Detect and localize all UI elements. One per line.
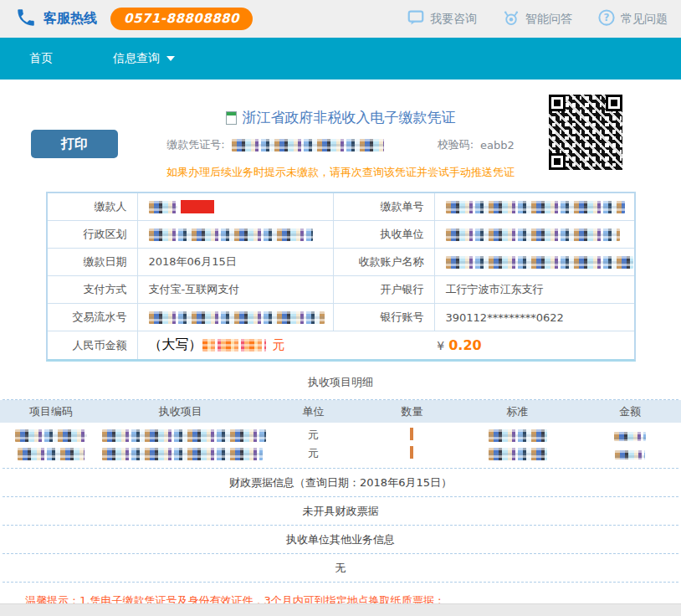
nav-query-label: 信息查询 (113, 51, 160, 66)
field-value-amount: （大写） 元 ¥ 0.20 (138, 331, 634, 359)
voucher-no-redacted (232, 139, 384, 151)
field-value-transaction-no (138, 304, 334, 331)
field-value-account-name (435, 249, 634, 275)
field-label-account-name: 收款账户名称 (334, 249, 435, 275)
detail-qty-redacted (368, 428, 457, 443)
field-value-payment-no (435, 193, 634, 220)
page-footer (0, 603, 681, 616)
check-code-value: eabb2 (480, 139, 515, 151)
table-row: 行政区划 执收单位 (48, 221, 634, 249)
col-header-standard: 标准 (456, 404, 579, 419)
faq-link[interactable]: ? 常见问题 (597, 8, 668, 29)
col-header-qty: 数量 (368, 404, 457, 419)
field-label-transaction-no: 交易流水号 (48, 304, 138, 331)
phone-icon (15, 7, 37, 32)
main-nav: 首页 信息查询 (0, 38, 681, 80)
col-header-amount: 金额 (579, 404, 681, 419)
detail-code-redacted (0, 429, 102, 442)
field-label-pay-date: 缴款日期 (48, 249, 138, 275)
invoice-status: 未开具财政票据 (0, 497, 681, 525)
field-label-bank-account: 银行账号 (334, 304, 435, 331)
hotline-number: 0571-88808880 (110, 8, 253, 30)
smart-qa-link-label: 智能问答 (525, 12, 572, 27)
robot-icon (502, 8, 520, 29)
table-row-amount: 人民币金额 （大写） 元 ¥ 0.20 (48, 331, 634, 359)
col-header-code: 项目编码 (0, 404, 102, 419)
field-label-amount: 人民币金额 (48, 331, 138, 359)
page-title: 浙江省政府非税收入电子缴款凭证 (243, 108, 456, 127)
field-value-bank: 工行宁波市江东支行 (435, 276, 634, 303)
field-value-collecting-unit (435, 221, 634, 248)
amount-capital-prefix: （大写） (149, 336, 202, 354)
detail-standard-redacted (456, 447, 579, 460)
detail-item-redacted (102, 447, 259, 460)
nav-home-label: 首页 (29, 51, 53, 66)
other-business-title: 执收单位其他业务信息 (0, 526, 681, 553)
faq-link-label: 常见问题 (621, 12, 668, 27)
detail-unit: 元 (259, 428, 367, 443)
field-value-bank-account: 390112*********0622 (435, 304, 634, 331)
table-row: 交易流水号 银行账号 390112*********0622 (48, 304, 634, 331)
field-label-region: 行政区划 (48, 221, 138, 248)
field-value-payer (138, 193, 334, 220)
consult-link-label: 我要咨询 (430, 12, 477, 27)
question-circle-icon: ? (597, 8, 616, 29)
amount-value: 0.20 (448, 337, 481, 353)
detail-section-title: 执收项目明细 (0, 375, 681, 390)
qr-finder-bottomleft (549, 153, 566, 170)
hotline-label: 客服热线 (44, 10, 97, 28)
detail-code-redacted (0, 447, 102, 460)
detail-row: 元 (0, 444, 681, 463)
detail-row: 元 (0, 426, 681, 444)
smart-qa-link[interactable]: 智能问答 (502, 8, 572, 29)
check-code-label: 校验码: (438, 137, 474, 152)
print-button[interactable]: 打印 (31, 130, 118, 158)
other-business-value: 无 (0, 554, 681, 582)
col-header-item: 执收项目 (102, 404, 259, 419)
detail-amount-redacted (579, 448, 681, 460)
qr-finder-topleft (549, 95, 566, 111)
voucher-no-label: 缴款凭证号: (166, 137, 224, 152)
chat-bubble-icon (407, 8, 425, 29)
top-bar: 客服热线 0571-88808880 我要咨询 (0, 0, 681, 38)
detail-item-redacted (102, 429, 259, 442)
page: 客服热线 0571-88808880 我要咨询 (0, 0, 681, 616)
detail-table: 项目编码 执收项目 单位 数量 标准 金额 元 (0, 400, 681, 468)
currency-symbol: ¥ (437, 339, 444, 352)
amount-numeric: ¥ 0.20 (285, 337, 634, 353)
invoice-info-title: 财政票据信息（查询日期：2018年6月15日） (0, 469, 681, 496)
consult-link[interactable]: 我要咨询 (407, 8, 477, 29)
field-label-payment-no: 缴款单号 (334, 193, 435, 220)
payment-info-table: 缴款人 缴款单号 行政区划 执收单位 缴款日期 2018年06月15日 收款账户… (46, 192, 636, 362)
field-label-collecting-unit: 执收单位 (334, 221, 435, 248)
field-value-pay-method: 支付宝-互联网支付 (138, 276, 334, 303)
qr-code (547, 93, 624, 172)
qr-finder-topright (606, 95, 622, 111)
detail-amount-redacted (579, 429, 681, 442)
chevron-down-icon (166, 56, 175, 61)
table-row: 缴款日期 2018年06月15日 收款账户名称 (48, 249, 634, 276)
amount-capital-suffix: 元 (273, 337, 285, 353)
detail-standard-redacted (456, 429, 579, 442)
document-icon (226, 111, 237, 125)
nav-item-home[interactable]: 首页 (29, 51, 53, 66)
detail-unit: 元 (259, 446, 367, 461)
field-label-pay-method: 支付方式 (48, 276, 138, 303)
field-value-region (138, 221, 334, 248)
detail-qty-redacted (368, 446, 457, 461)
amount-capital-redacted (202, 339, 266, 352)
top-links: 我要咨询 智能问答 ? 常见问题 (407, 8, 668, 29)
col-header-unit: 单位 (259, 404, 367, 419)
svg-text:?: ? (604, 12, 610, 23)
field-value-pay-date: 2018年06月15日 (138, 249, 334, 275)
detail-table-header: 项目编码 执收项目 单位 数量 标准 金额 (0, 400, 681, 423)
table-row: 支付方式 支付宝-互联网支付 开户银行 工行宁波市江东支行 (48, 276, 634, 304)
voucher-content: 打印 浙江省政府非税收入电子缴款凭证 缴款凭证号: 校验码:eabb2 如果办理… (0, 80, 681, 608)
field-label-payer: 缴款人 (48, 193, 138, 220)
field-label-bank: 开户银行 (334, 276, 435, 303)
divider (3, 582, 678, 583)
detail-table-body: 元 元 (0, 426, 681, 468)
nav-item-query[interactable]: 信息查询 (113, 51, 175, 66)
table-row: 缴款人 缴款单号 (48, 193, 634, 221)
redacted-block (181, 200, 214, 213)
